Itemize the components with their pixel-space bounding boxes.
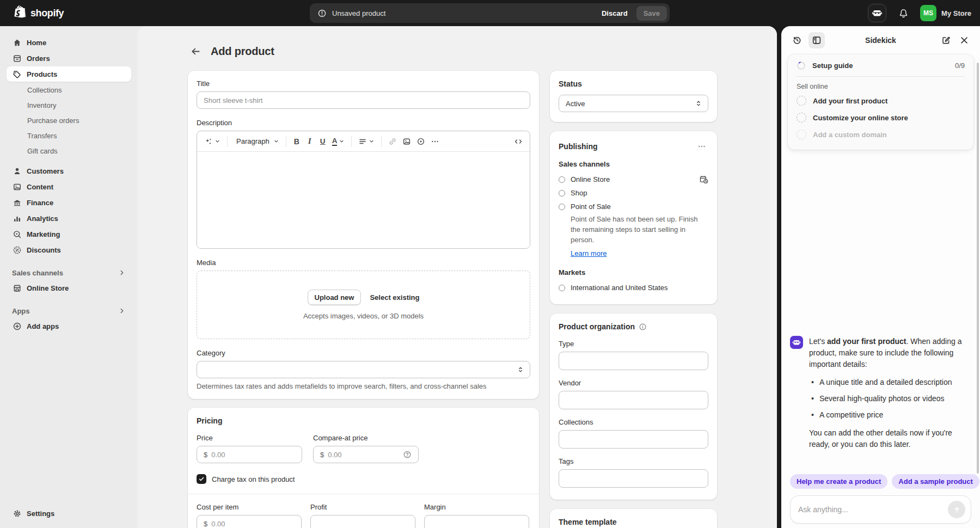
profit-input[interactable] — [317, 520, 408, 528]
sales-channels-heading: Sales channels — [559, 160, 708, 168]
title-label: Title — [197, 79, 530, 88]
account-menu[interactable]: MS My Store — [920, 5, 971, 21]
sidebar-item-marketing[interactable]: Marketing — [7, 226, 131, 242]
setup-task-custom-domain[interactable]: Add a custom domain — [797, 130, 965, 139]
vendor-input[interactable] — [566, 396, 701, 404]
bold-button[interactable]: B — [290, 134, 303, 149]
sidebar-item-online-store[interactable]: Online Store — [7, 280, 131, 296]
sales-channels-section[interactable]: Sales channels — [7, 265, 131, 280]
sidebar-item-customers[interactable]: Customers — [7, 163, 131, 179]
sidebar-item-content[interactable]: Content — [7, 179, 131, 194]
add-sample-product-button[interactable]: Add a sample product — [892, 474, 979, 489]
sidebar-item-inventory[interactable]: Inventory — [7, 97, 131, 113]
sidebar-item-collections[interactable]: Collections — [7, 82, 131, 97]
sidekick-title: Sidekick — [865, 36, 896, 45]
setup-task-add-first-product[interactable]: Add your first product — [797, 96, 965, 106]
publishing-card: Publishing Sales channels Online Store — [550, 131, 717, 304]
insert-image-button[interactable] — [400, 134, 414, 149]
back-button[interactable] — [188, 44, 203, 59]
sidebar-item-purchase-orders[interactable]: Purchase orders — [7, 113, 131, 128]
learn-more-link[interactable]: Learn more — [571, 249, 607, 257]
help-circle-icon[interactable] — [403, 450, 412, 459]
analytics-icon — [12, 213, 22, 223]
info-circle-icon[interactable] — [639, 323, 647, 331]
shopify-wordmark: shopify — [30, 8, 64, 19]
ask-anything-input[interactable] — [798, 505, 948, 514]
currency-prefix: $ — [320, 451, 324, 459]
sidebar: Home Orders Products Collections Invento… — [0, 26, 138, 528]
insert-video-button[interactable] — [414, 134, 428, 149]
sidebar-item-label: Customers — [27, 167, 64, 175]
more-formatting-button[interactable] — [428, 134, 442, 149]
ai-sparkle-button[interactable] — [201, 134, 223, 149]
collections-input[interactable] — [566, 435, 701, 444]
compare-at-price-input[interactable] — [328, 451, 403, 459]
description-textarea[interactable] — [197, 152, 530, 248]
shopify-bag-icon — [13, 5, 27, 21]
schedule-calendar-icon[interactable] — [699, 175, 708, 184]
charge-tax-checkbox[interactable] — [197, 474, 206, 484]
products-tag-icon — [12, 69, 22, 79]
sidebar-item-transfers[interactable]: Transfers — [7, 128, 131, 143]
code-view-button[interactable] — [511, 134, 525, 149]
new-chat-button[interactable] — [938, 32, 954, 48]
sidekick-chat: Let's add your first product. When addin… — [790, 336, 971, 524]
scrollbar-thumb[interactable] — [977, 63, 979, 474]
tags-input[interactable] — [566, 475, 701, 483]
currency-prefix: $ — [204, 520, 207, 528]
message-bullet: •A unique title and a detailed descripti… — [811, 377, 968, 388]
channel-label: Shop — [571, 189, 587, 197]
underline-button[interactable]: U — [316, 134, 329, 149]
progress-spinner-icon — [797, 61, 806, 70]
type-label: Type — [559, 340, 708, 348]
sidebar-item-add-apps[interactable]: Add apps — [7, 318, 131, 334]
italic-button[interactable]: I — [303, 134, 316, 149]
profit-input-box — [310, 515, 415, 528]
select-existing-button[interactable]: Select existing — [370, 293, 419, 302]
sidebar-item-analytics[interactable]: Analytics — [7, 211, 131, 226]
upload-new-button[interactable]: Upload new — [308, 290, 362, 305]
cost-per-item-input[interactable] — [211, 520, 295, 528]
sidebar-item-products[interactable]: Products — [7, 66, 131, 82]
sidebar-item-discounts[interactable]: Discounts — [7, 242, 131, 257]
media-dropzone[interactable]: Upload new Select existing Accepts image… — [197, 271, 530, 339]
title-input[interactable] — [204, 96, 523, 105]
publishing-menu-button[interactable] — [695, 140, 708, 153]
notifications-button[interactable] — [895, 5, 911, 21]
price-input[interactable] — [211, 451, 295, 459]
insert-link-button[interactable] — [385, 134, 400, 149]
sidekick-message: Let's add your first product. When addin… — [809, 336, 968, 450]
paragraph-style-dropdown[interactable]: Paragraph — [231, 134, 282, 149]
shopify-logo[interactable]: shopify — [13, 0, 64, 26]
theme-template-heading: Theme template — [559, 518, 708, 526]
discard-button[interactable]: Discard — [595, 6, 634, 21]
sidebar-item-gift-cards[interactable]: Gift cards — [7, 143, 131, 158]
type-input[interactable] — [566, 357, 701, 365]
sidebar-item-settings[interactable]: Settings — [7, 506, 131, 521]
chat-history-button[interactable] — [789, 32, 805, 48]
setup-task-customize-store[interactable]: Customize your online store — [797, 113, 965, 122]
text-color-button[interactable]: A — [329, 134, 348, 149]
margin-input[interactable] — [431, 520, 522, 528]
setup-guide-panel-button[interactable] — [808, 32, 825, 48]
status-select[interactable]: Active — [559, 95, 708, 112]
apps-section[interactable]: Apps — [7, 303, 131, 318]
setup-guide-title[interactable]: Setup guide — [812, 62, 948, 70]
tags-label: Tags — [559, 457, 708, 465]
category-select[interactable] — [197, 361, 530, 378]
close-panel-button[interactable] — [956, 32, 972, 48]
task-circle-icon — [797, 96, 806, 106]
sidebar-item-finance[interactable]: Finance — [7, 195, 131, 210]
unsaved-product-label: Unsaved product — [332, 9, 385, 17]
channel-label: Online Store — [571, 175, 610, 183]
help-create-product-button[interactable]: Help me create a product — [790, 474, 887, 489]
send-button[interactable] — [948, 501, 965, 518]
sidebar-item-label: Products — [27, 70, 57, 78]
save-button[interactable]: Save — [636, 6, 667, 21]
sidebar-item-label: Transfers — [27, 132, 57, 140]
sidekick-toggle-button[interactable] — [868, 4, 886, 22]
alignment-button[interactable] — [356, 134, 377, 149]
sidebar-item-orders[interactable]: Orders — [7, 51, 131, 66]
vendor-input-box — [559, 391, 708, 409]
sidebar-item-home[interactable]: Home — [7, 35, 131, 50]
